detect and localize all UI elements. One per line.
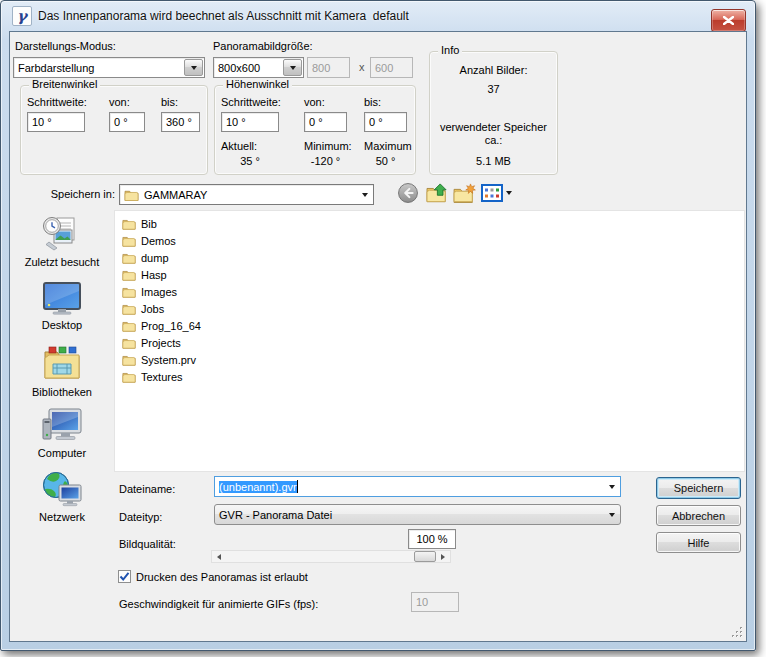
pano-size-label: Panoramabildgröße:: [213, 40, 313, 52]
filename-dropdown-button[interactable]: [603, 477, 620, 496]
folder-icon: [122, 217, 136, 230]
filetype-combobox[interactable]: GVR - Panorama Datei: [214, 504, 621, 525]
view-menu-button[interactable]: [481, 184, 512, 202]
folder-name: dump: [141, 251, 169, 264]
hw-bis-field[interactable]: 0 °: [364, 112, 407, 132]
hw-schrittweite-field[interactable]: 10 °: [221, 112, 279, 132]
close-icon: [723, 16, 734, 25]
folder-item[interactable]: Jobs: [115, 300, 744, 317]
folder-icon: [122, 285, 136, 298]
quality-label: Bildqualität:: [119, 538, 176, 550]
folder-name: Projects: [141, 336, 181, 349]
folder-name: Hasp: [141, 268, 167, 281]
help-button[interactable]: Hilfe: [656, 532, 741, 553]
new-folder-button[interactable]: [453, 183, 477, 203]
dialog-content: Darstellungs-Modus: Farbdarstellung Pano…: [9, 31, 747, 642]
hw-bis-label: bis:: [364, 96, 381, 108]
save-button[interactable]: Speichern: [656, 477, 741, 499]
sidebar-item-label: Desktop: [10, 319, 114, 331]
hw-maximum-label: Maximum: [364, 140, 412, 152]
bw-schrittweite-field[interactable]: 10 °: [27, 112, 85, 132]
info-speicher-label-1: verwendeter Speicher: [430, 121, 557, 133]
display-mode-dropdown-button[interactable]: [184, 59, 203, 76]
folder-item[interactable]: dump: [115, 249, 744, 266]
quality-slider[interactable]: [211, 550, 451, 563]
bw-bis-label: bis:: [161, 96, 178, 108]
slider-left-arrow[interactable]: [212, 551, 226, 562]
folder-name: Textures: [141, 370, 183, 383]
pano-size-combobox[interactable]: 800x600: [213, 57, 304, 78]
filetype-dropdown-button[interactable]: [603, 505, 620, 524]
sidebar-item-desktop[interactable]: Desktop: [10, 281, 114, 331]
cancel-button[interactable]: Abbrechen: [656, 505, 741, 526]
gamma-app-icon: γ: [12, 6, 32, 26]
gif-speed-field: 10: [411, 592, 459, 612]
network-icon: [41, 471, 83, 507]
folder-item[interactable]: Prog_16_64: [115, 317, 744, 334]
hoehenwinkel-legend: Höhenwinkel: [223, 78, 292, 90]
display-mode-combobox[interactable]: Farbdarstellung: [13, 57, 205, 78]
bw-von-field[interactable]: 0 °: [109, 112, 145, 132]
folder-icon: [122, 319, 136, 332]
sidebar-item-computer[interactable]: Computer: [10, 407, 114, 459]
quality-value-field[interactable]: 100 %: [408, 529, 456, 549]
new-folder-icon: [453, 183, 477, 203]
sidebar-item-network[interactable]: Netzwerk: [10, 471, 114, 523]
info-anzahl-label: Anzahl Bilder:: [430, 64, 557, 76]
hoehenwinkel-groupbox: Höhenwinkel Schrittweite: von: bis: 10 °…: [214, 85, 416, 175]
cancel-button-label: Abbrechen: [672, 510, 725, 522]
hw-von-label: von:: [304, 96, 325, 108]
bw-bis-field[interactable]: 360 °: [161, 112, 200, 132]
window-title: Das Innenpanorama wird beechnet als Auss…: [38, 9, 409, 23]
desktop-icon: [42, 281, 82, 315]
sidebar-item-label: Bibliotheken: [10, 386, 114, 398]
up-one-level-button[interactable]: [426, 183, 448, 203]
save-in-dropdown-button[interactable]: [356, 185, 373, 204]
folder-item[interactable]: System.prv: [115, 351, 744, 368]
back-button[interactable]: [397, 182, 419, 204]
pano-width-field: 800: [307, 57, 350, 78]
info-anzahl-value: 37: [430, 83, 557, 95]
hw-aktuell-label: Aktuell:: [221, 140, 257, 152]
size-separator-label: x: [359, 61, 365, 73]
folder-item[interactable]: Projects: [115, 334, 744, 351]
hw-von-field[interactable]: 0 °: [304, 112, 347, 132]
slider-track[interactable]: [226, 551, 436, 562]
filename-label: Dateiname:: [119, 483, 175, 495]
views-icon: [481, 184, 503, 202]
folder-item[interactable]: Textures: [115, 368, 744, 385]
print-allowed-label[interactable]: Drucken des Panoramas ist erlaubt: [136, 571, 308, 583]
folder-name: Images: [141, 285, 177, 298]
folder-name: Jobs: [141, 302, 164, 315]
folder-item[interactable]: Bib: [115, 215, 744, 232]
hw-maximum-value: 50 °: [364, 155, 407, 167]
folder-item[interactable]: Hasp: [115, 266, 744, 283]
sidebar-item-libraries[interactable]: Bibliotheken: [10, 344, 114, 398]
close-button[interactable]: [711, 9, 746, 32]
computer-icon: [41, 407, 83, 443]
folder-item[interactable]: Images: [115, 283, 744, 300]
title-bar[interactable]: γ Das Innenpanorama wird beechnet als Au…: [1, 1, 755, 31]
chevron-down-icon: [609, 513, 615, 517]
filename-value: (unbenannt).gvr: [219, 481, 297, 493]
sidebar-item-label: Computer: [10, 447, 114, 459]
bw-schrittweite-label: Schrittweite:: [27, 96, 87, 108]
bw-von-label: von:: [109, 96, 130, 108]
folder-icon: [122, 353, 136, 366]
file-list-panel: Bib Demos dump Hasp Images Jobs: [114, 210, 745, 472]
slider-thumb[interactable]: [414, 551, 436, 562]
filename-combobox[interactable]: (unbenannt).gvr: [214, 476, 621, 497]
back-icon: [397, 182, 419, 204]
folder-icon: [122, 268, 136, 281]
pano-size-dropdown-button[interactable]: [283, 59, 302, 76]
hw-minimum-value: -120 °: [304, 155, 347, 167]
sidebar-item-recent[interactable]: Zuletzt besucht: [10, 216, 114, 268]
print-allowed-checkbox[interactable]: [118, 570, 131, 583]
resize-grip-icon[interactable]: [730, 625, 743, 638]
folder-name: Bib: [141, 217, 157, 230]
save-in-combobox[interactable]: GAMMARAY: [119, 184, 374, 205]
slider-right-arrow[interactable]: [436, 551, 450, 562]
sidebar-item-label: Zuletzt besucht: [10, 256, 114, 268]
folder-item[interactable]: Demos: [115, 232, 744, 249]
libraries-icon: [41, 344, 83, 382]
